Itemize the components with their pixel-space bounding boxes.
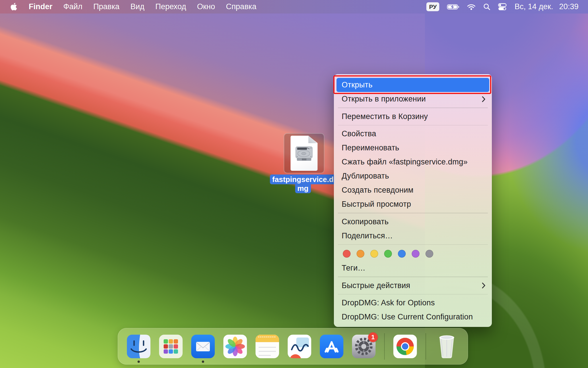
tag-red[interactable] <box>343 250 351 258</box>
dock-notes[interactable] <box>256 335 279 358</box>
menu-item-compress-label: Сжать файл «fastpingservice.dmg» <box>342 158 468 166</box>
dock-finder[interactable] <box>127 335 150 358</box>
submenu-chevron-icon <box>482 96 486 102</box>
input-source-badge: РУ <box>426 2 439 11</box>
menu-item-quick-look[interactable]: Быстрый просмотр <box>334 197 492 211</box>
spotlight-menu[interactable] <box>479 3 494 10</box>
menu-item-make-alias[interactable]: Создать псевдоним <box>334 183 492 197</box>
menu-item-get-info-label: Свойства <box>342 129 376 138</box>
menu-item-open-with[interactable]: Открыть в приложении <box>334 92 492 106</box>
menu-item-quick-look-label: Быстрый просмотр <box>342 200 411 209</box>
battery-icon <box>447 4 459 10</box>
finder-icon <box>127 335 150 358</box>
menu-separator <box>338 125 488 126</box>
menu-item-dropdmg-use[interactable]: DropDMG: Use Current Configuration <box>334 310 492 324</box>
menu-item-rename[interactable]: Переименовать <box>334 141 492 155</box>
dmg-file-icon <box>291 136 318 171</box>
dock-photos[interactable] <box>223 335 247 358</box>
running-indicator-dot <box>202 361 204 363</box>
menu-bar: Finder Файл Правка Вид Переход Окно Спра… <box>0 0 588 14</box>
tag-green[interactable] <box>384 250 392 258</box>
trash-icon <box>435 331 459 359</box>
dock-chrome[interactable] <box>393 335 417 358</box>
menubar-item-help[interactable]: Справка <box>220 2 262 11</box>
tag-gray[interactable] <box>425 250 433 258</box>
battery-menu[interactable] <box>443 4 463 10</box>
menu-item-open-label: Открыть <box>342 80 372 89</box>
freeform-icon <box>288 335 311 358</box>
menu-item-compress[interactable]: Сжать файл «fastpingservice.dmg» <box>334 155 492 169</box>
menu-bar-left: Finder Файл Правка Вид Переход Окно Спра… <box>7 2 262 11</box>
menubar-item-window[interactable]: Окно <box>192 2 220 11</box>
notification-badge: 1 <box>368 332 378 342</box>
menubar-item-edit[interactable]: Правка <box>88 2 125 11</box>
menu-item-get-info[interactable]: Свойства <box>334 127 492 141</box>
menu-separator <box>338 294 488 295</box>
apple-logo-icon <box>11 3 17 11</box>
desktop-file-label[interactable]: fastpingservice.d mg <box>272 175 334 193</box>
menu-item-copy-label: Скопировать <box>342 217 388 226</box>
menu-item-rename-label: Переименовать <box>342 143 399 152</box>
menubar-item-go[interactable]: Переход <box>150 2 192 11</box>
hard-drive-icon <box>295 145 313 162</box>
menu-item-open-with-label: Открыть в приложении <box>342 95 426 103</box>
menu-separator <box>338 213 488 213</box>
menu-item-move-to-trash-label: Переместить в Корзину <box>342 112 428 121</box>
menu-item-copy[interactable]: Скопировать <box>334 215 492 229</box>
menu-item-open[interactable]: Открыть <box>336 78 489 92</box>
tag-blue[interactable] <box>398 250 406 258</box>
apple-menu[interactable] <box>7 3 23 11</box>
clock-date: Вс, 14 дек. <box>514 2 553 11</box>
menu-item-share[interactable]: Поделиться… <box>334 229 492 243</box>
page-fold-corner <box>308 136 318 143</box>
finder-context-menu: Открыть Открыть в приложении Переместить… <box>334 74 492 327</box>
submenu-chevron-icon <box>482 282 486 289</box>
menu-bar-status-area: РУ <box>423 2 581 11</box>
notes-icon <box>256 335 279 358</box>
file-label-line1: fastpingservice.d <box>270 175 336 184</box>
tag-yellow[interactable] <box>370 250 378 258</box>
wifi-icon <box>467 3 476 10</box>
launchpad-icon <box>159 335 183 358</box>
file-label-line2: mg <box>295 183 311 193</box>
photos-icon <box>223 335 247 358</box>
menubar-clock[interactable]: Вс, 14 дек. 20:39 <box>510 2 581 11</box>
chrome-icon <box>393 335 417 358</box>
app-store-icon <box>320 335 343 358</box>
menu-separator <box>338 277 488 277</box>
menubar-item-finder[interactable]: Finder <box>23 2 58 11</box>
dock-freeform[interactable] <box>288 335 311 358</box>
menubar-item-file[interactable]: Файл <box>58 2 88 11</box>
tag-purple[interactable] <box>412 250 419 258</box>
menu-item-tags[interactable]: Теги… <box>334 261 492 275</box>
menu-item-dropdmg-ask-label: DropDMG: Ask for Options <box>342 298 435 307</box>
dock-trash[interactable] <box>435 331 459 359</box>
menubar-item-view[interactable]: Вид <box>125 2 150 11</box>
menu-item-duplicate-label: Дублировать <box>342 172 389 181</box>
input-source-switcher[interactable]: РУ <box>423 2 443 11</box>
desktop-file-fastpingservice-dmg[interactable] <box>284 133 324 173</box>
dock-system-settings[interactable]: 1 <box>352 335 376 358</box>
clock-time: 20:39 <box>559 2 579 11</box>
menu-item-dropdmg-use-label: DropDMG: Use Current Configuration <box>342 313 473 321</box>
menu-item-dropdmg-ask[interactable]: DropDMG: Ask for Options <box>334 296 492 310</box>
menu-item-move-to-trash[interactable]: Переместить в Корзину <box>334 110 492 124</box>
wifi-menu[interactable] <box>463 3 479 10</box>
menu-item-tags-label: Теги… <box>342 264 365 273</box>
dock-app-store[interactable] <box>320 335 343 358</box>
menu-item-share-label: Поделиться… <box>342 231 393 240</box>
dock: 1 <box>118 328 468 365</box>
control-center-icon <box>498 2 507 11</box>
dock-mail[interactable] <box>191 335 215 358</box>
menu-item-duplicate[interactable]: Дублировать <box>334 169 492 183</box>
dock-launchpad[interactable] <box>159 335 183 358</box>
menu-item-make-alias-label: Создать псевдоним <box>342 186 413 195</box>
mail-icon <box>191 335 215 358</box>
tag-orange[interactable] <box>357 250 364 258</box>
menu-item-quick-actions[interactable]: Быстрые действия <box>334 279 492 293</box>
menu-separator <box>338 244 488 245</box>
tag-color-row <box>334 246 492 261</box>
dock-separator <box>384 333 385 360</box>
control-center-menu[interactable] <box>494 2 510 11</box>
search-icon <box>483 3 490 10</box>
